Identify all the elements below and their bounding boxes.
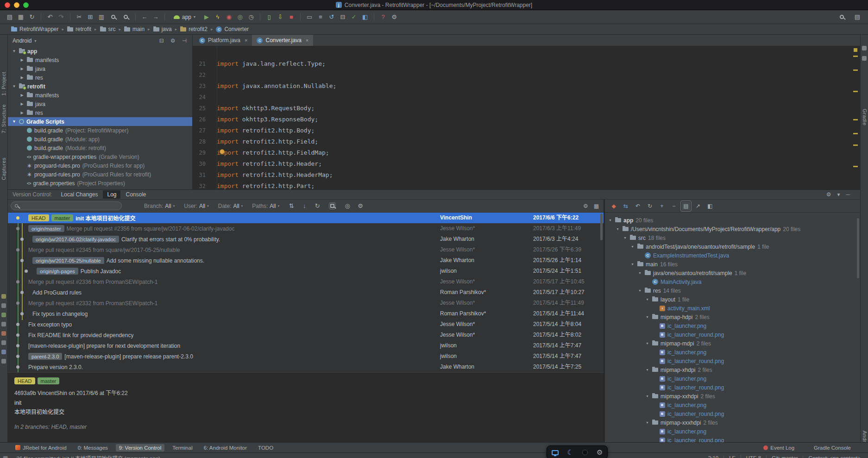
- changed-file-item-ic-launcher-round-png[interactable]: ic_launcher_round.png: [605, 436, 860, 442]
- refresh-log-icon[interactable]: ↻: [314, 202, 321, 209]
- vcs-tab-log[interactable]: Log: [103, 190, 120, 199]
- warning-mark-icon[interactable]: [853, 69, 858, 71]
- warning-mark-icon[interactable]: [853, 166, 858, 167]
- tool-stripe-icon[interactable]: [1, 359, 6, 364]
- refresh-icon[interactable]: ↻: [646, 202, 654, 210]
- inspection-indicator-icon[interactable]: [854, 48, 857, 52]
- log-filter-user[interactable]: User:All▾: [184, 203, 209, 209]
- breadcrumb-item-main[interactable]: main: [124, 26, 145, 32]
- log-row[interactable]: Merge pull request #2332 from PromanSEW/…: [8, 298, 604, 308]
- breadcrumb-item-converter[interactable]: CConverter: [216, 26, 249, 32]
- project-tree-item-res[interactable]: ▶res: [8, 73, 192, 82]
- forward-icon[interactable]: →: [151, 12, 161, 22]
- log-row[interactable]: Prepare version 2.3.0.Jake Wharton2017/5…: [8, 362, 604, 372]
- jump-to-source-icon[interactable]: ↗: [694, 202, 702, 210]
- log-row[interactable]: Fix README link for provided dependencyJ…: [8, 330, 604, 340]
- intellisort-icon[interactable]: ⇅: [288, 202, 295, 209]
- restore-icon[interactable]: ▾: [837, 191, 840, 198]
- project-tree-item-java[interactable]: ▶java: [8, 100, 192, 108]
- project-tree-item-build-gradle[interactable]: build.gradle(Project: RetrofitWrapper): [8, 126, 192, 135]
- close-window-button[interactable]: [5, 2, 10, 8]
- project-tree-item-build-gradle[interactable]: build.gradle(Module: retrofit): [8, 144, 192, 152]
- preview-diff-icon[interactable]: ◧: [706, 202, 714, 210]
- user-icon[interactable]: [582, 450, 588, 455]
- toolwindow-button-0-messages[interactable]: 0: Messages: [75, 444, 111, 452]
- branch-label-origin-jw-2017-06-02-clarify-javadoc[interactable]: origin/jw/2017-06-02/clarify-javadoc: [32, 236, 119, 243]
- project-tree-item-manifests[interactable]: ▶manifests: [8, 91, 192, 100]
- tool-stripe-icon[interactable]: [1, 340, 6, 345]
- branch-label-origin-gh-pages[interactable]: origin/gh-pages: [37, 268, 78, 275]
- toolwindow-switcher-icon[interactable]: ▦: [3, 455, 8, 458]
- changed-file-item-ic-launcher-png[interactable]: ic_launcher.png: [605, 348, 860, 357]
- status-widget-0[interactable]: 2:10: [708, 455, 718, 458]
- toolwindow-button-jrebel-for-android[interactable]: JRebel for Android: [12, 444, 70, 452]
- log-row[interactable]: origin/jw/2017-06-02/clarify-javadocClar…: [8, 234, 604, 245]
- breadcrumb-item-java[interactable]: java: [153, 26, 172, 32]
- changed-dir-item-users-vincntshin-documents-myproject-retrofitwrapper-app[interactable]: ▾/Users/vincntshin/Documents/MyProject/R…: [605, 225, 860, 233]
- redo-icon[interactable]: ↷: [56, 12, 66, 22]
- changed-dir-item-androidtest-java-one-suantou-retrofit-sample[interactable]: ▾androidTest/java/one/suantou/retrofit/s…: [605, 242, 860, 251]
- stop-icon[interactable]: ■: [286, 12, 296, 22]
- project-tree-item-gradle-wrapper-properties[interactable]: <>gradle-wrapper.properties(Gradle Versi…: [8, 152, 192, 161]
- changed-dir-item-src[interactable]: ▾src18 files: [605, 233, 860, 242]
- project-tree-item-retrofit[interactable]: ▼retrofit: [8, 82, 192, 91]
- toolwindow-button-todo[interactable]: TODO: [255, 444, 277, 452]
- changed-dir-item-mipmap-mdpi[interactable]: ▾mipmap-mdpi2 files: [605, 339, 860, 348]
- android-header-icon[interactable]: ◆: [610, 202, 618, 210]
- changed-file-item-ic-launcher-round-png[interactable]: ic_launcher_round.png: [605, 409, 860, 418]
- floating-toolbar[interactable]: ☾⚙: [547, 445, 608, 458]
- scrollbar[interactable]: [600, 213, 603, 240]
- collapse-all-icon[interactable]: ⊟: [159, 38, 164, 44]
- run-icon[interactable]: ▶: [201, 12, 212, 22]
- log-row[interactable]: Merge pull request #2345 from square/jw/…: [8, 245, 604, 255]
- log-filter-date[interactable]: Date:All▾: [218, 203, 243, 209]
- status-widget-2[interactable]: UTF-8: [746, 455, 761, 458]
- log-row[interactable]: [maven-release-plugin] prepare for next …: [8, 340, 604, 351]
- toolwindow-button-6-android-monitor[interactable]: 6: Android Monitor: [201, 444, 250, 452]
- status-widget-3[interactable]: Git: master: [772, 455, 798, 458]
- split-view-icon[interactable]: ▦: [594, 203, 599, 209]
- branch-label-master[interactable]: master: [38, 377, 60, 384]
- collapse-all-icon[interactable]: −: [670, 202, 678, 210]
- gear-icon[interactable]: ⚙: [826, 191, 831, 198]
- open-icon[interactable]: ▤: [5, 12, 15, 22]
- log-row[interactable]: origin/masterMerge pull request #2356 fr…: [8, 223, 604, 234]
- project-view-selector[interactable]: Android ▾: [13, 38, 36, 44]
- minimize-window-button[interactable]: [14, 2, 19, 8]
- tool-stripe-button-gradle[interactable]: Gradle: [862, 109, 868, 125]
- vcs-tab-console[interactable]: Console: [121, 190, 150, 199]
- save-all-icon[interactable]: ▦: [16, 12, 26, 22]
- changed-dir-item-mipmap-hdpi[interactable]: ▾mipmap-hdpi2 files: [605, 313, 860, 321]
- debug-icon[interactable]: ◉: [224, 12, 234, 22]
- warning-mark-icon[interactable]: [853, 119, 858, 120]
- log-row[interactable]: origin/jw/2017-05-25/nullableAdd some mi…: [8, 255, 604, 266]
- gear-icon[interactable]: ⚙: [597, 448, 603, 457]
- replace-icon[interactable]: [124, 15, 128, 19]
- tool-stripe-icon[interactable]: [1, 294, 6, 299]
- warning-mark-icon[interactable]: [853, 133, 858, 134]
- log-row[interactable]: Fix excepton typoJesse Wilson*2017/5/14 …: [8, 319, 604, 330]
- breadcrumb-item-src[interactable]: src: [100, 26, 116, 32]
- changed-dir-item-mipmap-xhdpi[interactable]: ▾mipmap-xhdpi2 files: [605, 365, 860, 374]
- project-tree-item-build-gradle[interactable]: build.gradle(Module: app): [8, 135, 192, 144]
- tool-stripe-button-captures[interactable]: Captures: [1, 157, 6, 180]
- log-search-field[interactable]: [11, 201, 122, 210]
- log-row[interactable]: Merge pull request #2336 from PromanSEW/…: [8, 276, 604, 287]
- go-to-hash-icon[interactable]: ↓: [301, 202, 308, 209]
- changed-dir-item-java-one-suantou-retrofit-sample[interactable]: ▾java/one/suantou/retrofit/sample1 file: [605, 269, 860, 277]
- project-tree-item-gradle-scripts[interactable]: ▼Gradle Scripts: [8, 117, 192, 126]
- tool-stripe-icon[interactable]: [1, 331, 6, 336]
- search-everywhere-icon[interactable]: [840, 15, 844, 19]
- vcs-tab-local-changes[interactable]: Local Changes: [57, 190, 102, 199]
- breadcrumb-item-retrofit[interactable]: retrofit: [67, 26, 91, 32]
- build-check-icon[interactable]: ✓: [349, 12, 359, 22]
- editor-tab-converter-java[interactable]: CConverter.java×: [252, 35, 313, 46]
- profiler-icon[interactable]: ◷: [246, 12, 256, 22]
- log-row[interactable]: Fix typos in changelogRoman Parshikov*20…: [8, 308, 604, 319]
- paste-icon[interactable]: ▥: [96, 12, 107, 22]
- tool-stripe-icon[interactable]: [1, 303, 6, 308]
- settings-gear-icon[interactable]: ⚙: [170, 38, 176, 44]
- hide-panel-icon[interactable]: ⊣: [182, 38, 187, 44]
- help-icon[interactable]: ?: [378, 12, 388, 22]
- changed-dir-item-mipmap-xxxhdpi[interactable]: ▾mipmap-xxxhdpi2 files: [605, 418, 860, 427]
